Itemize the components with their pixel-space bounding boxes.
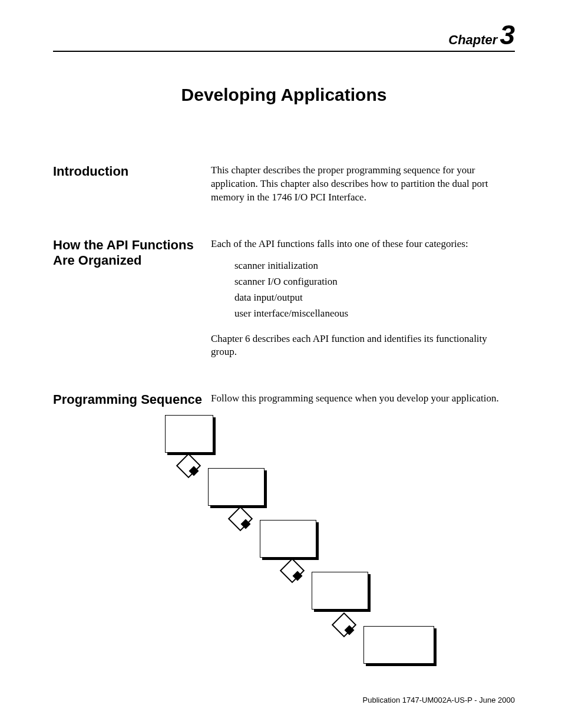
heading-programming-sequence: Programming Sequence bbox=[53, 392, 211, 407]
section-api-functions: How the API Functions Are Organized Each… bbox=[53, 238, 515, 360]
heading-introduction: Introduction bbox=[53, 164, 211, 179]
body-programming-sequence: Follow this programming sequence when yo… bbox=[211, 392, 515, 406]
body-introduction: This chapter describes the proper progra… bbox=[211, 164, 515, 205]
section-programming-sequence: Programming Sequence Follow this program… bbox=[53, 392, 515, 407]
chapter-header: Chapter3 bbox=[53, 21, 515, 48]
chapter-number: 3 bbox=[500, 19, 515, 50]
section-introduction: Introduction This chapter describes the … bbox=[53, 164, 515, 205]
heading-api-functions: How the API Functions Are Organized bbox=[53, 238, 211, 269]
list-item: data input/output bbox=[234, 291, 515, 305]
publication-footer: Publication 1747-UM002A-US-P - June 2000 bbox=[363, 696, 515, 704]
header-rule bbox=[53, 51, 515, 52]
chapter-label: Chapter bbox=[448, 32, 497, 47]
page-title: Developing Applications bbox=[53, 85, 515, 105]
body-api-functions: Each of the API functions falls into one… bbox=[211, 238, 515, 360]
flowchart-diagram bbox=[165, 415, 515, 674]
api-category-list: scanner initialization scanner I/O confi… bbox=[211, 259, 515, 321]
api-lead-text: Each of the API functions falls into one… bbox=[211, 238, 515, 251]
list-item: scanner I/O configuration bbox=[234, 275, 515, 289]
list-item: scanner initialization bbox=[234, 259, 515, 273]
api-tail-text: Chapter 6 describes each API function an… bbox=[211, 332, 515, 360]
list-item: user interface/miscellaneous bbox=[234, 307, 515, 321]
